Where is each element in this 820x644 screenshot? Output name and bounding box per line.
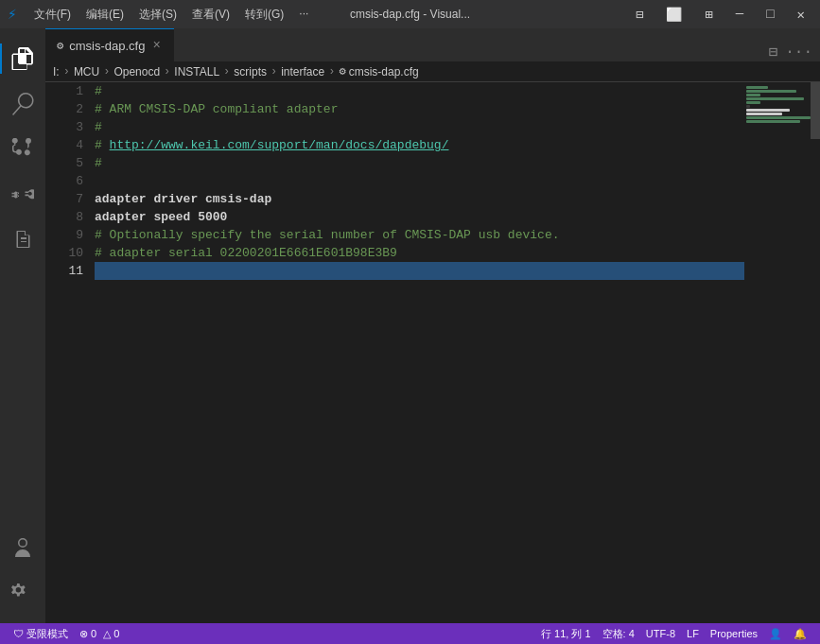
- status-position-label: 行 11, 列 1: [541, 627, 591, 641]
- status-encoding[interactable]: UTF-8: [640, 623, 681, 644]
- breadcrumb-drive[interactable]: I:: [53, 65, 60, 78]
- scrollbar-thumb[interactable]: [811, 82, 820, 139]
- line-num-6: 6: [45, 172, 83, 190]
- activity-run-debug[interactable]: [0, 172, 45, 218]
- maximize-button[interactable]: □: [759, 0, 781, 28]
- split-editor-button[interactable]: ⊟: [628, 0, 651, 28]
- editor-tab[interactable]: ⚙ cmsis-dap.cfg ×: [45, 28, 174, 61]
- line-num-2: 2: [45, 100, 83, 118]
- status-notifications[interactable]: 🔔: [788, 623, 812, 644]
- menu-more[interactable]: ···: [293, 5, 314, 25]
- minimap-line-10: [746, 120, 800, 123]
- minimap-line-1: [746, 86, 768, 89]
- status-line-ending-label: LF: [687, 628, 699, 639]
- activity-source-control[interactable]: [0, 127, 45, 172]
- minimap-line-4: [746, 97, 804, 100]
- line-numbers: 1 2 3 4 5 6 7 8 9 10 11: [45, 82, 91, 623]
- line-num-5: 5: [45, 154, 83, 172]
- activity-account[interactable]: [0, 525, 45, 570]
- activity-search[interactable]: [0, 81, 45, 127]
- status-spaces-label: 空格: 4: [602, 627, 635, 641]
- title-bar-left: ⚡ 文件(F) 编辑(E) 选择(S) 查看(V) 转到(G) ···: [8, 5, 628, 25]
- breadcrumb-openocd[interactable]: Openocd: [113, 65, 160, 78]
- status-bar: 🛡 受限模式 ⊗ 0 △ 0 行 11, 列 1 空格: 4 UTF-8 LF …: [0, 623, 820, 644]
- status-language[interactable]: Properties: [705, 623, 763, 644]
- line-num-11: 11: [45, 262, 83, 280]
- shield-icon: 🛡: [13, 628, 24, 639]
- minimap: [744, 82, 820, 623]
- tab-filename: cmsis-dap.cfg: [69, 39, 145, 53]
- breadcrumb-sep-1: ›: [103, 65, 110, 78]
- breadcrumb-sep-0: ›: [63, 65, 70, 78]
- menu-goto[interactable]: 转到(G): [239, 5, 289, 25]
- breadcrumb-install[interactable]: INSTALL: [174, 65, 219, 78]
- breadcrumb-file-icon: ⚙: [339, 64, 345, 78]
- code-line-7: adapter driver cmsis-dap: [95, 190, 744, 208]
- menu-items: 文件(F) 编辑(E) 选择(S) 查看(V) 转到(G) ···: [28, 5, 315, 25]
- tab-close-button[interactable]: ×: [150, 38, 162, 53]
- title-bar-right: ⊟ ⬜ ⊞ ─ □ ✕: [628, 0, 812, 28]
- activity-settings[interactable]: [0, 570, 45, 616]
- minimap-line-5: [746, 101, 760, 104]
- split-editor-right-button[interactable]: ⊟: [769, 43, 778, 61]
- breadcrumb-mcu[interactable]: MCU: [74, 65, 99, 78]
- breadcrumb-filename[interactable]: cmsis-dap.cfg: [349, 65, 419, 78]
- minimap-content: [744, 82, 820, 128]
- scrollbar-track[interactable]: [811, 82, 820, 623]
- warning-count: 0: [113, 628, 119, 639]
- menu-edit[interactable]: 编辑(E): [80, 5, 130, 25]
- code-editor[interactable]: 1 2 3 4 5 6 7 8 9 10 11 # # ARM CMSIS-DA…: [45, 82, 820, 623]
- code-line-6: [95, 172, 744, 190]
- code-line-4: # http://www.keil.com/support/man/docs/d…: [95, 136, 744, 154]
- window-title: cmsis-dap.cfg - Visual...: [350, 8, 470, 21]
- main-area: ⚙ cmsis-dap.cfg × ⊟ ··· I: › MCU › Openo…: [0, 28, 820, 623]
- breadcrumb-sep-3: ›: [223, 65, 230, 78]
- status-line-ending[interactable]: LF: [681, 623, 705, 644]
- toggle-layout-button[interactable]: ⬜: [658, 0, 689, 28]
- minimap-line-9: [746, 116, 811, 119]
- menu-select[interactable]: 选择(S): [133, 5, 183, 25]
- breadcrumb-interface[interactable]: interface: [281, 65, 324, 78]
- code-line-1: #: [95, 82, 744, 100]
- error-count: 0: [91, 628, 96, 639]
- minimize-button[interactable]: ─: [728, 0, 751, 28]
- status-mode[interactable]: 🛡 受限模式: [8, 623, 74, 644]
- status-language-label: Properties: [710, 628, 758, 639]
- minimap-line-8: [746, 113, 782, 115]
- line-num-9: 9: [45, 226, 83, 244]
- menu-file[interactable]: 文件(F): [28, 5, 77, 25]
- menu-view[interactable]: 查看(V): [186, 5, 236, 25]
- code-line-5: #: [95, 154, 744, 172]
- tab-bar-actions: ⊟ ···: [761, 43, 820, 61]
- status-account[interactable]: 👤: [763, 623, 788, 644]
- notification-icon: 🔔: [794, 628, 807, 640]
- status-encoding-label: UTF-8: [646, 628, 675, 639]
- line-num-7: 7: [45, 190, 83, 208]
- close-button[interactable]: ✕: [790, 0, 812, 28]
- line-num-8: 8: [45, 208, 83, 226]
- code-line-10: # adapter serial 02200201E6661E601B98E3B…: [95, 244, 744, 262]
- activity-extensions[interactable]: [0, 218, 45, 263]
- breadcrumb-sep-4: ›: [270, 65, 277, 78]
- tab-bar: ⚙ cmsis-dap.cfg × ⊟ ···: [45, 28, 820, 61]
- line-num-3: 3: [45, 118, 83, 136]
- code-line-9: # Optionally specify the serial number o…: [95, 226, 744, 244]
- editor-area: ⚙ cmsis-dap.cfg × ⊟ ··· I: › MCU › Openo…: [45, 28, 820, 623]
- code-line-8: adapter speed 5000: [95, 208, 744, 226]
- minimap-line-3: [746, 94, 760, 96]
- activity-explorer[interactable]: [0, 36, 45, 81]
- title-bar: ⚡ 文件(F) 编辑(E) 选择(S) 查看(V) 转到(G) ··· cmsi…: [0, 0, 820, 28]
- code-line-2: # ARM CMSIS-DAP compliant adapter: [95, 100, 744, 118]
- breadcrumb-scripts[interactable]: scripts: [234, 65, 267, 78]
- minimap-line-7: [746, 109, 790, 112]
- breadcrumb-sep-5: ›: [328, 65, 335, 78]
- code-line-3: #: [95, 118, 744, 136]
- more-actions-button[interactable]: ⊞: [697, 0, 720, 28]
- status-errors-warnings[interactable]: ⊗ 0 △ 0: [74, 623, 125, 644]
- code-content[interactable]: # # ARM CMSIS-DAP compliant adapter # # …: [91, 82, 744, 623]
- more-editor-actions-button[interactable]: ···: [785, 44, 812, 61]
- status-spaces[interactable]: 空格: 4: [597, 623, 640, 644]
- status-position[interactable]: 行 11, 列 1: [535, 623, 597, 644]
- minimap-line-2: [746, 90, 796, 93]
- activity-bar: [0, 28, 45, 623]
